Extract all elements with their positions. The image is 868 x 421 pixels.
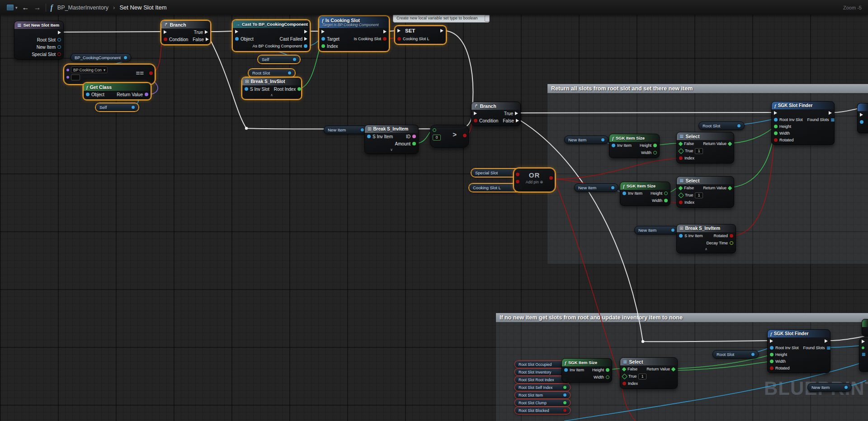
back-button[interactable]: ← xyxy=(22,4,29,11)
class-dropdown[interactable]: BP Cooking Con ▾ xyxy=(71,66,108,73)
equals-input-b-pin[interactable] xyxy=(66,75,80,80)
inv-item-in-pin[interactable]: Inv Item xyxy=(564,368,584,372)
special-slot-pill[interactable]: Special Slot xyxy=(471,168,520,177)
function-entry-node[interactable]: ▦ Set New Slot Item Root Slot New Item S… xyxy=(14,21,64,60)
exec-out-pin[interactable] xyxy=(825,339,828,343)
root-slot-self-index-pill[interactable]: Root Slot Self Index xyxy=(514,384,571,391)
new-item-out-pin[interactable] xyxy=(361,128,364,131)
or-input-a-pin[interactable] xyxy=(516,173,519,176)
s-inv-slot-in-pin[interactable]: S Inv Slot xyxy=(245,87,269,92)
is-cooking-slot-out-pin[interactable]: Is Cooking Slot xyxy=(354,37,387,41)
index-in-pin[interactable]: Index xyxy=(679,156,694,160)
height-in-pin[interactable]: Height xyxy=(774,124,791,129)
exec-in-pin[interactable] xyxy=(860,113,863,117)
expand-arrow-icon[interactable]: ∨ xyxy=(365,147,418,152)
new-item-out-pin[interactable] xyxy=(844,386,848,389)
partial-node-offscreen[interactable] xyxy=(862,319,868,337)
width-out-pin[interactable]: Width xyxy=(641,150,657,155)
comment-bubble[interactable]: Create new local variable set type to bo… xyxy=(393,14,490,23)
s-inv-item-in-pin[interactable]: S Inv Item xyxy=(679,234,703,238)
root-inv-slot-in-pin[interactable]: Root Inv Slot xyxy=(774,117,803,122)
self-out-pin[interactable] xyxy=(132,106,135,109)
branch-node-1[interactable]: ↱ Branch True Condition False xyxy=(161,20,211,45)
new-item-out-pin[interactable] xyxy=(601,138,604,141)
false-out-pin[interactable]: False xyxy=(193,37,208,42)
sgk-slot-finder-node-1[interactable]: f SGK Slot Finder Root Inv Slot Found Sl… xyxy=(771,101,835,145)
rotated-out-pin[interactable]: Rotated xyxy=(713,234,733,238)
out-pin[interactable] xyxy=(563,393,566,397)
breadcrumb-current-graph[interactable]: Set New Slot Item xyxy=(119,4,166,11)
wire[interactable] xyxy=(445,31,473,113)
id-out-pin[interactable]: ID xyxy=(406,134,416,139)
set-variable-node[interactable]: SET Cooking Slot L xyxy=(395,26,446,44)
equals-result-pin[interactable] xyxy=(149,71,153,75)
exec-in-pin[interactable] xyxy=(397,29,401,33)
out-pin[interactable] xyxy=(563,409,566,412)
exec-in-pin[interactable] xyxy=(164,30,167,34)
exec-in-pin[interactable] xyxy=(862,340,865,343)
index-in-pin[interactable]: Index xyxy=(679,200,694,205)
new-item-pill[interactable]: New Item xyxy=(574,183,618,192)
true-in-pin[interactable]: True1 xyxy=(679,148,703,154)
comment-title[interactable]: Return all slots from root slot and set … xyxy=(547,84,868,93)
greater-input-b-pin[interactable]: 0 xyxy=(433,135,441,140)
inv-item-in-pin[interactable]: Inv Item xyxy=(623,191,642,196)
forward-button[interactable]: → xyxy=(34,4,41,11)
s-inv-item-in-pin[interactable]: S Inv Item xyxy=(367,134,393,139)
rotated-in-pin[interactable]: Rotated xyxy=(770,366,790,370)
true-in-pin[interactable]: True1 xyxy=(623,374,646,379)
exec-out-pin[interactable] xyxy=(829,111,832,115)
wire[interactable] xyxy=(61,32,162,32)
bubble-handle[interactable] xyxy=(485,15,490,22)
bool-in-pin[interactable] xyxy=(862,346,864,349)
self-out-pin[interactable] xyxy=(293,58,296,61)
root-slot-pill[interactable]: Root Slot xyxy=(248,69,295,77)
root-slot-pill[interactable]: Root Slot xyxy=(698,122,745,130)
condition-in-pin[interactable]: Condition xyxy=(474,118,498,123)
partial-node-offscreen[interactable] xyxy=(857,103,868,133)
wire[interactable] xyxy=(300,47,321,89)
index-in-pin[interactable]: Index xyxy=(321,44,338,49)
branch-node-2[interactable]: ↱ Branch True Condition False xyxy=(471,102,521,126)
collapse-arrow-icon[interactable]: ∧ xyxy=(677,247,736,252)
reroute-node[interactable] xyxy=(245,127,248,130)
add-pin-button[interactable]: Add pin ⊕ xyxy=(514,180,555,184)
new-item-out-pin[interactable] xyxy=(671,229,675,232)
get-bp-cooking-component-pill[interactable]: BP_CookingComponent xyxy=(71,53,131,62)
new-item-pill[interactable]: New Item xyxy=(807,383,852,392)
greater-result-pin[interactable] xyxy=(463,134,467,137)
return-value-out-pin[interactable]: Return Value xyxy=(117,92,148,97)
new-item-pill[interactable]: New Item xyxy=(324,126,368,134)
root-slot-blocked-pill[interactable]: Root Slot Blocked xyxy=(514,407,571,414)
exec-in-pin[interactable] xyxy=(235,30,238,33)
root-slot-out-pin[interactable]: Root Slot xyxy=(37,37,61,42)
sgk-item-size-node-1[interactable]: f SGK Item Size Inv Item Height Width xyxy=(609,134,660,158)
breadcrumb-blueprint-name[interactable]: BP_MasterInventory xyxy=(57,5,108,11)
root-index-out-pin[interactable]: Root Index xyxy=(274,87,301,92)
or-node[interactable]: OR Add pin ⊕ xyxy=(514,168,555,192)
break-invitem-node-2[interactable]: ⊞ Break S_InvItem S Inv Item Rotated Dec… xyxy=(676,224,736,253)
struct-in-pin[interactable] xyxy=(860,120,863,124)
comment-title[interactable]: If no new item get slots from root and u… xyxy=(496,313,868,322)
object-out-pin[interactable] xyxy=(124,56,127,59)
root-slot-out-pin[interactable] xyxy=(737,124,741,127)
height-out-pin[interactable]: Height xyxy=(592,368,609,372)
get-class-node[interactable]: f Get Class Object Return Value xyxy=(83,83,151,100)
target-in-pin[interactable]: Target xyxy=(321,37,340,42)
condition-in-pin[interactable]: Condition xyxy=(164,37,188,42)
found-slots-out-pin[interactable]: Found Slots▦ xyxy=(803,346,831,350)
return-value-out-pin[interactable]: Return Value xyxy=(703,186,731,190)
false-in-pin[interactable]: False xyxy=(623,367,637,371)
false-out-pin[interactable]: False xyxy=(503,118,519,123)
special-slot-out-pin[interactable]: Special Slot xyxy=(32,52,61,57)
exec-out-pin[interactable] xyxy=(304,30,307,33)
sgk-item-size-node-3[interactable]: f SGK Item Size Inv Item Height Width xyxy=(561,358,612,383)
root-slot-clump-pill[interactable]: Root Slot Clump xyxy=(514,399,571,407)
cooking-slot-l-in-pin[interactable]: Cooking Slot L xyxy=(397,37,429,41)
index-in-pin[interactable]: Index xyxy=(623,381,638,386)
sgk-item-size-node-2[interactable]: f SGK Item Size Inv Item Height Width xyxy=(620,182,670,206)
width-in-pin[interactable]: Width xyxy=(770,359,786,364)
exec-in-pin[interactable] xyxy=(774,111,777,115)
height-in-pin[interactable]: Height xyxy=(770,352,787,357)
select-node-3[interactable]: ▦ Select False Return Value True1 Index xyxy=(620,357,678,389)
